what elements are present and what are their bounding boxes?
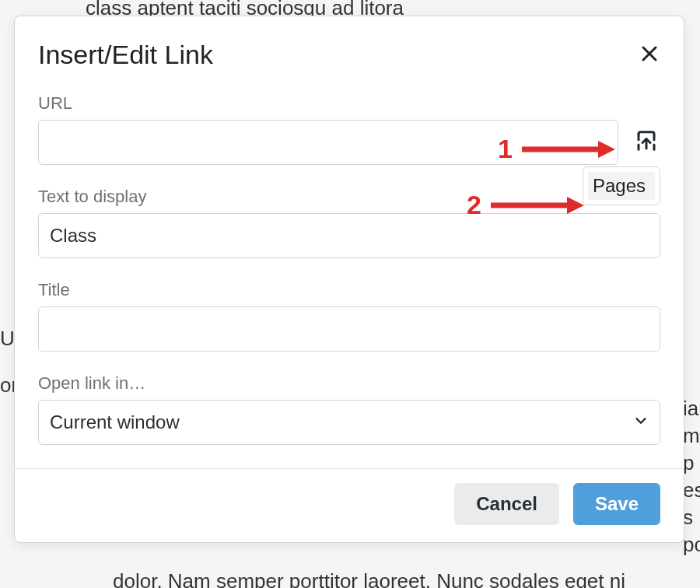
title-input[interactable] xyxy=(38,306,660,352)
save-button[interactable]: Save xyxy=(573,483,660,525)
text-to-display-input[interactable] xyxy=(38,213,660,258)
close-icon xyxy=(640,44,659,66)
url-source-button[interactable] xyxy=(632,128,660,156)
background-text: dolor. Nam semper porttitor laoreet. Nun… xyxy=(113,569,625,588)
url-field-group: URL P xyxy=(38,93,660,165)
background-text: po xyxy=(683,533,700,557)
open-link-value: Current window xyxy=(38,400,660,445)
cancel-button[interactable]: Cancel xyxy=(454,483,559,525)
url-input[interactable] xyxy=(38,120,618,165)
upload-source-icon xyxy=(635,129,658,156)
title-label: Title xyxy=(38,280,660,300)
insert-edit-link-dialog: Insert/Edit Link URL xyxy=(14,16,684,543)
dialog-footer: Cancel Save xyxy=(15,468,684,542)
title-field-group: Title xyxy=(38,280,660,352)
url-label: URL xyxy=(38,93,660,114)
text-to-display-label: Text to display xyxy=(38,187,660,207)
dialog-header: Insert/Edit Link xyxy=(15,16,684,78)
open-link-field-group: Open link in… Current window xyxy=(38,373,660,445)
background-text: ia xyxy=(683,397,698,421)
background-text: es xyxy=(683,478,700,502)
dialog-body: URL P xyxy=(15,78,684,468)
background-text: p xyxy=(683,451,694,475)
background-text: U xyxy=(0,327,15,351)
dialog-title: Insert/Edit Link xyxy=(38,40,213,70)
background-text: m xyxy=(683,424,700,448)
open-link-label: Open link in… xyxy=(38,373,660,394)
url-row xyxy=(38,120,660,165)
text-field-group: Text to display xyxy=(38,187,660,258)
close-button[interactable] xyxy=(639,44,660,66)
open-link-select[interactable]: Current window xyxy=(38,400,660,445)
